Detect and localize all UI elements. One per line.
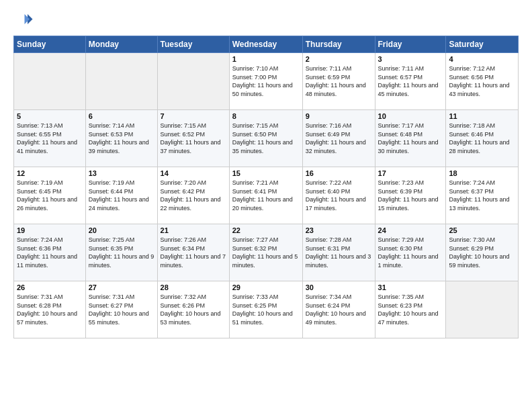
day-number: 13: [89, 169, 154, 177]
calendar-cell: 15Sunrise: 7:21 AM Sunset: 6:41 PM Dayli…: [229, 167, 302, 224]
calendar-cell: 5Sunrise: 7:13 AM Sunset: 6:55 PM Daylig…: [14, 110, 86, 167]
day-info: Sunrise: 7:16 AM Sunset: 6:49 PM Dayligh…: [306, 122, 372, 155]
calendar-cell: 2Sunrise: 7:11 AM Sunset: 6:59 PM Daylig…: [302, 53, 375, 110]
weekday-header: Saturday: [446, 36, 519, 53]
calendar-week-row: 19Sunrise: 7:24 AM Sunset: 6:36 PM Dayli…: [14, 224, 519, 281]
weekday-header: Sunday: [14, 36, 86, 53]
day-info: Sunrise: 7:24 AM Sunset: 6:37 PM Dayligh…: [449, 179, 515, 212]
day-number: 21: [161, 226, 226, 234]
day-number: 14: [161, 169, 226, 177]
day-number: 26: [17, 283, 83, 291]
day-info: Sunrise: 7:31 AM Sunset: 6:27 PM Dayligh…: [89, 293, 154, 326]
day-info: Sunrise: 7:33 AM Sunset: 6:25 PM Dayligh…: [232, 293, 300, 326]
calendar-week-row: 5Sunrise: 7:13 AM Sunset: 6:55 PM Daylig…: [14, 110, 519, 167]
calendar-cell: 26Sunrise: 7:31 AM Sunset: 6:28 PM Dayli…: [14, 281, 86, 338]
day-info: Sunrise: 7:11 AM Sunset: 6:57 PM Dayligh…: [378, 64, 443, 98]
calendar-cell: [14, 53, 86, 110]
day-info: Sunrise: 7:11 AM Sunset: 6:59 PM Dayligh…: [306, 64, 372, 98]
calendar-cell: 4Sunrise: 7:12 AM Sunset: 6:56 PM Daylig…: [446, 53, 519, 110]
day-number: 20: [89, 226, 154, 234]
calendar-cell: 19Sunrise: 7:24 AM Sunset: 6:36 PM Dayli…: [14, 224, 86, 281]
calendar-cell: 25Sunrise: 7:30 AM Sunset: 6:29 PM Dayli…: [446, 224, 519, 281]
day-number: 7: [161, 112, 226, 120]
day-info: Sunrise: 7:35 AM Sunset: 6:23 PM Dayligh…: [378, 293, 443, 326]
calendar-cell: 13Sunrise: 7:19 AM Sunset: 6:44 PM Dayli…: [85, 167, 157, 224]
day-info: Sunrise: 7:24 AM Sunset: 6:36 PM Dayligh…: [17, 236, 83, 269]
logo: [13, 10, 36, 30]
day-number: 16: [306, 169, 372, 177]
day-number: 25: [449, 226, 515, 234]
day-number: 11: [449, 112, 515, 120]
page: SundayMondayTuesdayWednesdayThursdayFrid…: [0, 0, 532, 411]
day-info: Sunrise: 7:13 AM Sunset: 6:55 PM Dayligh…: [17, 122, 83, 155]
day-number: 15: [232, 169, 300, 177]
weekday-header: Monday: [85, 36, 157, 53]
weekday-header: Thursday: [302, 36, 375, 53]
day-number: 23: [306, 226, 372, 234]
day-number: 4: [449, 55, 515, 63]
calendar-cell: 9Sunrise: 7:16 AM Sunset: 6:49 PM Daylig…: [302, 110, 375, 167]
day-info: Sunrise: 7:30 AM Sunset: 6:29 PM Dayligh…: [449, 236, 515, 269]
day-number: 28: [161, 283, 226, 291]
day-number: 8: [232, 112, 300, 120]
calendar-cell: 21Sunrise: 7:26 AM Sunset: 6:34 PM Dayli…: [157, 224, 229, 281]
day-number: 27: [89, 283, 154, 291]
logo-icon: [13, 10, 34, 30]
calendar-cell: 29Sunrise: 7:33 AM Sunset: 6:25 PM Dayli…: [229, 281, 302, 338]
calendar-cell: 28Sunrise: 7:32 AM Sunset: 6:26 PM Dayli…: [157, 281, 229, 338]
day-number: 6: [89, 112, 154, 120]
day-info: Sunrise: 7:29 AM Sunset: 6:30 PM Dayligh…: [378, 236, 443, 269]
day-info: Sunrise: 7:14 AM Sunset: 6:53 PM Dayligh…: [89, 122, 154, 155]
calendar-cell: 24Sunrise: 7:29 AM Sunset: 6:30 PM Dayli…: [375, 224, 446, 281]
day-number: 10: [378, 112, 443, 120]
day-info: Sunrise: 7:12 AM Sunset: 6:56 PM Dayligh…: [449, 64, 515, 98]
day-info: Sunrise: 7:31 AM Sunset: 6:28 PM Dayligh…: [17, 293, 83, 326]
calendar-cell: 8Sunrise: 7:15 AM Sunset: 6:50 PM Daylig…: [229, 110, 302, 167]
calendar-cell: 31Sunrise: 7:35 AM Sunset: 6:23 PM Dayli…: [375, 281, 446, 338]
calendar-cell: 23Sunrise: 7:28 AM Sunset: 6:31 PM Dayli…: [302, 224, 375, 281]
calendar-table: SundayMondayTuesdayWednesdayThursdayFrid…: [13, 36, 519, 338]
day-info: Sunrise: 7:17 AM Sunset: 6:48 PM Dayligh…: [378, 122, 443, 155]
day-number: 29: [232, 283, 300, 291]
day-info: Sunrise: 7:32 AM Sunset: 6:26 PM Dayligh…: [161, 293, 226, 326]
day-number: 22: [232, 226, 300, 234]
calendar-cell: 20Sunrise: 7:25 AM Sunset: 6:35 PM Dayli…: [85, 224, 157, 281]
calendar-week-row: 1Sunrise: 7:10 AM Sunset: 7:00 PM Daylig…: [14, 53, 519, 110]
calendar-cell: 10Sunrise: 7:17 AM Sunset: 6:48 PM Dayli…: [375, 110, 446, 167]
day-number: 31: [378, 283, 443, 291]
calendar-cell: 1Sunrise: 7:10 AM Sunset: 7:00 PM Daylig…: [229, 53, 302, 110]
day-number: 2: [306, 55, 372, 63]
calendar-cell: [446, 281, 519, 338]
calendar-cell: 7Sunrise: 7:15 AM Sunset: 6:52 PM Daylig…: [157, 110, 229, 167]
day-number: 18: [449, 169, 515, 177]
day-info: Sunrise: 7:23 AM Sunset: 6:39 PM Dayligh…: [378, 179, 443, 212]
calendar-cell: [85, 53, 157, 110]
day-number: 12: [17, 169, 83, 177]
calendar-cell: 14Sunrise: 7:20 AM Sunset: 6:42 PM Dayli…: [157, 167, 229, 224]
day-info: Sunrise: 7:19 AM Sunset: 6:45 PM Dayligh…: [17, 179, 83, 212]
weekday-header: Friday: [375, 36, 446, 53]
day-info: Sunrise: 7:20 AM Sunset: 6:42 PM Dayligh…: [161, 179, 226, 212]
header: [13, 10, 519, 30]
calendar-cell: 16Sunrise: 7:22 AM Sunset: 6:40 PM Dayli…: [302, 167, 375, 224]
calendar-cell: 18Sunrise: 7:24 AM Sunset: 6:37 PM Dayli…: [446, 167, 519, 224]
calendar-cell: 3Sunrise: 7:11 AM Sunset: 6:57 PM Daylig…: [375, 53, 446, 110]
day-info: Sunrise: 7:25 AM Sunset: 6:35 PM Dayligh…: [89, 236, 154, 269]
weekday-header-row: SundayMondayTuesdayWednesdayThursdayFrid…: [14, 36, 519, 53]
day-info: Sunrise: 7:34 AM Sunset: 6:24 PM Dayligh…: [306, 293, 372, 326]
calendar-cell: 17Sunrise: 7:23 AM Sunset: 6:39 PM Dayli…: [375, 167, 446, 224]
day-info: Sunrise: 7:26 AM Sunset: 6:34 PM Dayligh…: [161, 236, 226, 269]
calendar-cell: [157, 53, 229, 110]
weekday-header: Tuesday: [157, 36, 229, 53]
day-number: 19: [17, 226, 83, 234]
day-number: 1: [232, 55, 300, 63]
day-number: 24: [378, 226, 443, 234]
day-info: Sunrise: 7:21 AM Sunset: 6:41 PM Dayligh…: [232, 179, 300, 212]
calendar-week-row: 12Sunrise: 7:19 AM Sunset: 6:45 PM Dayli…: [14, 167, 519, 224]
calendar-cell: 12Sunrise: 7:19 AM Sunset: 6:45 PM Dayli…: [14, 167, 86, 224]
day-info: Sunrise: 7:27 AM Sunset: 6:32 PM Dayligh…: [232, 236, 300, 269]
calendar-cell: 22Sunrise: 7:27 AM Sunset: 6:32 PM Dayli…: [229, 224, 302, 281]
day-info: Sunrise: 7:18 AM Sunset: 6:46 PM Dayligh…: [449, 122, 515, 155]
calendar-cell: 11Sunrise: 7:18 AM Sunset: 6:46 PM Dayli…: [446, 110, 519, 167]
day-info: Sunrise: 7:19 AM Sunset: 6:44 PM Dayligh…: [89, 179, 154, 212]
